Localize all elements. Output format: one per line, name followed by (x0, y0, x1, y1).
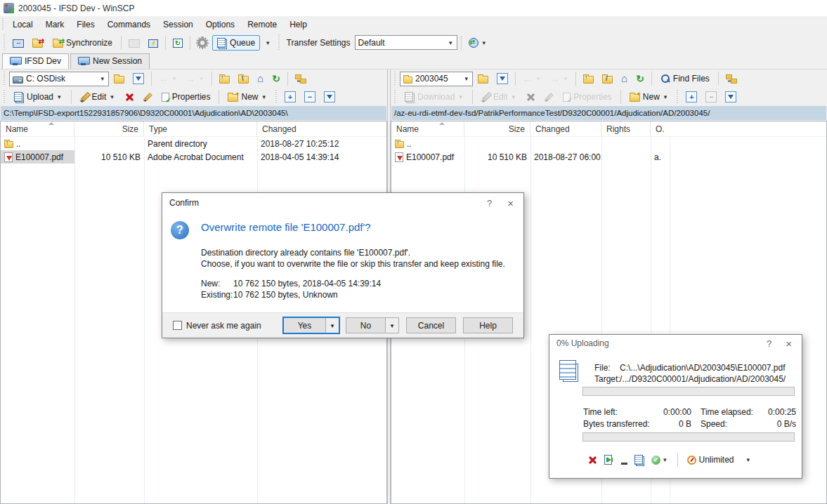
synchronize-browsing-button[interactable]: ⇄ (29, 35, 46, 51)
minimize-icon[interactable] (621, 463, 627, 465)
table-row[interactable]: ↑.. Parent directory 2018-08-27 10:25:12 (1, 137, 386, 150)
cancel-transfer-icon[interactable] (588, 456, 597, 465)
selection-filter-button[interactable] (320, 88, 339, 105)
yes-button[interactable]: Yes ▾ (282, 317, 340, 334)
menu-mark[interactable]: Mark (39, 18, 71, 32)
open-console-button[interactable] (145, 35, 162, 51)
session-icon (10, 57, 20, 66)
forward-button: →▾ (547, 71, 573, 86)
menu-session[interactable]: Session (157, 18, 200, 32)
select-button[interactable]: + (281, 88, 299, 105)
root-directory-button[interactable]: \ (235, 71, 252, 86)
filter-button[interactable] (493, 70, 512, 87)
column-header-type[interactable]: Type (144, 121, 257, 136)
menu-options[interactable]: Options (200, 18, 241, 32)
new-button[interactable]: + New ▾ (223, 89, 272, 105)
column-header-size[interactable]: Size (464, 121, 530, 136)
directory-tree-button[interactable] (722, 72, 741, 86)
column-header-changed[interactable]: Changed (530, 121, 601, 136)
preferences-button[interactable] (194, 35, 211, 51)
column-header-owner[interactable]: O. (651, 121, 670, 136)
never-ask-again-checkbox[interactable] (173, 321, 182, 330)
parent-directory-button[interactable]: ↑ (580, 71, 597, 86)
find-files-button[interactable]: Find Files (656, 71, 715, 86)
edit-icon (481, 93, 490, 102)
plus-icon: + (285, 91, 296, 102)
globe-icon (469, 38, 478, 48)
menu-local[interactable]: Local (6, 18, 39, 32)
remote-path-bar[interactable]: /az-eu-rdi-etmf-dev-fsd/PatrikPerformanc… (391, 106, 826, 120)
unselect-button[interactable]: − (301, 88, 319, 105)
no-button[interactable]: No ▾ (346, 317, 399, 333)
pdf-file-icon (4, 152, 13, 162)
directory-tree-button[interactable] (292, 72, 310, 86)
filter-icon (728, 95, 734, 99)
dialog-title: Confirm (169, 198, 484, 208)
table-row[interactable]: E100007.pdf 10 510 KB 2018-08-27 06:00:4… (391, 150, 826, 164)
refresh-panels-button[interactable]: ↻ (169, 35, 186, 51)
close-icon[interactable]: × (774, 338, 795, 350)
queue-dropdown[interactable]: ▾ (261, 37, 275, 49)
help-button[interactable]: Help (463, 317, 513, 333)
remote-directory-selector[interactable]: 2003045 ▾ (400, 72, 473, 86)
session-color-button[interactable]: ▾ (465, 35, 491, 51)
queue-icon (217, 38, 226, 48)
new-button[interactable]: + New ▾ (625, 89, 674, 105)
column-header-name[interactable]: Name (391, 121, 464, 136)
menu-help[interactable]: Help (283, 18, 313, 32)
home-directory-button[interactable]: ⌂ (254, 71, 267, 86)
menu-files[interactable]: Files (70, 18, 100, 32)
speed-limit-select[interactable]: Unlimited ▾ (687, 455, 752, 465)
transfer-settings-select[interactable]: Default ▾ (355, 35, 457, 50)
on-completion-button[interactable]: ✓ ▾ (651, 456, 668, 465)
properties-icon: ✓ (563, 93, 571, 102)
drive-selector[interactable]: C: OSDisk ▾ (9, 72, 109, 86)
speed-label: Speed: (701, 419, 727, 429)
minus-icon: − (705, 91, 717, 102)
edit-button: Edit ▾ (476, 89, 521, 105)
delete-button[interactable] (122, 90, 138, 105)
column-header-changed[interactable]: Changed (257, 121, 386, 136)
refresh-button[interactable]: ↻ (632, 71, 648, 86)
back-icon: ← (159, 74, 169, 84)
close-icon[interactable]: × (495, 197, 516, 209)
tab-new-session[interactable]: New Session (70, 53, 150, 69)
menu-commands[interactable]: Commands (101, 18, 157, 32)
skip-file-icon[interactable] (604, 455, 614, 465)
column-header-name[interactable]: Name (1, 121, 74, 136)
parent-directory-button[interactable]: ↑ (216, 71, 233, 86)
local-path-bar[interactable]: C:\Temp\IFSD-export1522931857906\D9320C0… (1, 106, 386, 120)
cancel-button[interactable]: Cancel (406, 317, 456, 333)
edit-button[interactable]: Edit ▾ (75, 89, 120, 105)
folder-root-icon: \ (238, 76, 249, 84)
properties-button[interactable]: ✓ Properties (157, 89, 216, 105)
move-to-queue-icon[interactable] (634, 455, 643, 465)
filter-button[interactable] (129, 70, 148, 87)
rename-button[interactable] (139, 90, 155, 105)
compare-directories-button[interactable]: ↔ (9, 35, 27, 51)
open-directory-button[interactable] (110, 71, 128, 86)
table-row[interactable]: ↑.. (391, 137, 826, 150)
chevron-down-icon: ▾ (448, 39, 454, 46)
refresh-button[interactable]: ↻ (268, 71, 284, 86)
selection-filter-button[interactable] (722, 88, 740, 105)
open-folder-icon (478, 76, 488, 84)
column-header-rights[interactable]: Rights (601, 121, 651, 136)
open-directory-button[interactable] (474, 71, 492, 86)
help-icon[interactable]: ? (484, 198, 495, 208)
synchronize-button[interactable]: ⇄ Synchronize (48, 35, 117, 51)
menu-remote[interactable]: Remote (241, 18, 283, 32)
upload-button[interactable]: Upload ▾ (9, 89, 67, 105)
tab-session-ifsd-dev[interactable]: IFSD Dev (2, 53, 69, 69)
root-directory-button[interactable]: / (599, 71, 616, 86)
upload-file-icon (559, 360, 576, 380)
table-row[interactable]: E100007.pdf 10 510 KB Adobe Acrobat Docu… (1, 150, 386, 164)
home-directory-button[interactable]: ⌂ (618, 71, 631, 86)
new-folder-icon: + (630, 94, 640, 102)
select-button[interactable]: + (682, 88, 701, 105)
column-header-size[interactable]: Size (74, 121, 144, 136)
yes-dropdown[interactable]: ▾ (325, 318, 339, 333)
help-icon[interactable]: ? (764, 338, 774, 349)
no-dropdown[interactable]: ▾ (385, 318, 398, 333)
queue-toggle-button[interactable]: Queue (212, 35, 260, 51)
